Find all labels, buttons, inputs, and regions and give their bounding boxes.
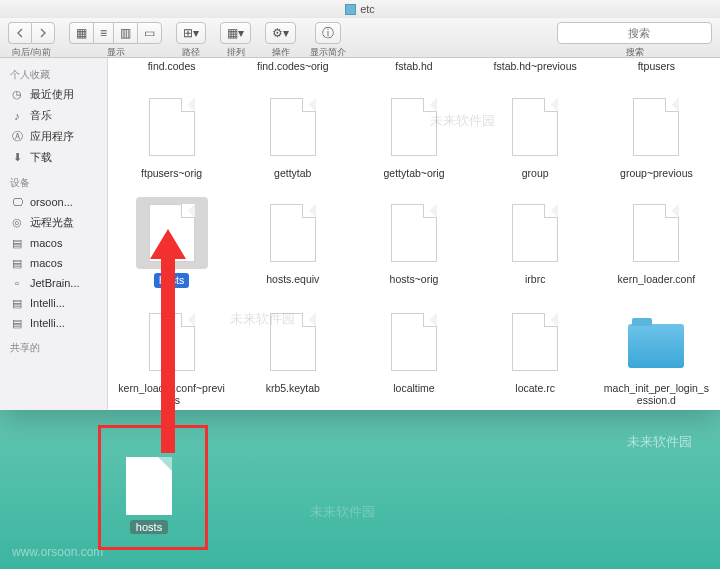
file-icon <box>270 313 316 371</box>
file-item[interactable]: ftpusers~orig <box>114 89 229 182</box>
path-button[interactable]: ⊞▾ <box>176 22 206 44</box>
info-group: ⓘ 显示简介 <box>310 22 346 59</box>
arrange-button[interactable]: ▦▾ <box>220 22 251 44</box>
view-group: ▦ ≡ ▥ ▭ 显示 <box>69 22 162 59</box>
sidebar-item-macos2[interactable]: ▤macos <box>0 253 107 273</box>
file-icon <box>633 204 679 262</box>
annotation-arrow <box>161 257 175 453</box>
file-grid[interactable]: find.codes find.codes~orig fstab.hd fsta… <box>108 58 720 410</box>
file-item[interactable]: fstab.hd~previous <box>478 58 593 75</box>
folder-title-icon <box>345 4 356 15</box>
devices-header: 设备 <box>0 172 107 192</box>
window-title: etc <box>360 3 375 15</box>
file-item[interactable]: hosts.equiv <box>235 195 350 290</box>
toolbar: 向后/向前 ▦ ≡ ▥ ▭ 显示 ⊞▾ 路径 ▦▾ 排列 ⚙▾ 操作 ⓘ 显示简… <box>0 18 720 58</box>
file-item[interactable]: gettytab <box>235 89 350 182</box>
file-icon <box>512 313 558 371</box>
view-column-button[interactable]: ▥ <box>113 22 137 44</box>
file-icon <box>270 98 316 156</box>
file-icon <box>391 98 437 156</box>
file-icon <box>512 204 558 262</box>
window-body: 个人收藏 ◷最近使用 ♪音乐 Ⓐ应用程序 ⬇下载 设备 🖵orsoon... ◎… <box>0 58 720 410</box>
disk-icon: ▤ <box>10 236 24 250</box>
file-icon <box>512 98 558 156</box>
music-icon: ♪ <box>10 109 24 123</box>
sidebar-item-macos1[interactable]: ▤macos <box>0 233 107 253</box>
sidebar-item-intelli1[interactable]: ▤Intelli... <box>0 293 107 313</box>
path-group: ⊞▾ 路径 <box>176 22 206 59</box>
favorites-header: 个人收藏 <box>0 64 107 84</box>
watermark: 未来软件园 <box>310 503 375 521</box>
file-item[interactable]: irbrc <box>478 195 593 290</box>
file-item[interactable]: ftpusers <box>599 58 714 75</box>
disk-icon: ▤ <box>10 256 24 270</box>
sidebar-item-jetbrain[interactable]: ▫JetBrain... <box>0 273 107 293</box>
file-item[interactable]: group~previous <box>599 89 714 182</box>
watermark: www.orsoon.com <box>12 545 103 559</box>
sidebar-item-downloads[interactable]: ⬇下载 <box>0 147 107 168</box>
apps-icon: Ⓐ <box>10 130 24 144</box>
action-group: ⚙▾ 操作 <box>265 22 296 59</box>
back-button[interactable] <box>8 22 31 44</box>
file-icon <box>270 204 316 262</box>
sidebar-item-orsoon[interactable]: 🖵orsoon... <box>0 192 107 212</box>
file-icon <box>391 313 437 371</box>
search-field[interactable] <box>557 22 712 44</box>
window-titlebar: etc <box>0 0 720 18</box>
sidebar-item-intelli2[interactable]: ▤Intelli... <box>0 313 107 333</box>
download-icon: ⬇ <box>10 151 24 165</box>
file-item[interactable]: kern_loader.conf <box>599 195 714 290</box>
file-item[interactable]: localtime <box>356 304 471 409</box>
sidebar-item-remote-disc[interactable]: ◎远程光盘 <box>0 212 107 233</box>
file-item[interactable]: locate.rc <box>478 304 593 409</box>
file-item-folder[interactable]: mach_init_per_login_session.d <box>599 304 714 409</box>
file-item[interactable]: gettytab~orig <box>356 89 471 182</box>
view-gallery-button[interactable]: ▭ <box>137 22 162 44</box>
nav-group: 向后/向前 <box>8 22 55 59</box>
annotation-highlight-box <box>98 425 208 550</box>
finder-window: etc 向后/向前 ▦ ≡ ▥ ▭ 显示 ⊞▾ 路径 ▦▾ 排列 <box>0 0 720 410</box>
forward-button[interactable] <box>31 22 55 44</box>
disk-icon: ▤ <box>10 316 24 330</box>
clock-icon: ◷ <box>10 88 24 102</box>
folder-icon <box>628 324 684 368</box>
file-icon <box>633 98 679 156</box>
arrow-line <box>161 257 175 453</box>
monitor-icon: 🖵 <box>10 195 24 209</box>
file-item[interactable]: hosts~orig <box>356 195 471 290</box>
file-item[interactable]: krb5.keytab <box>235 304 350 409</box>
view-list-button[interactable]: ≡ <box>93 22 113 44</box>
file-item[interactable]: find.codes~orig <box>235 58 350 75</box>
disk-icon: ▤ <box>10 296 24 310</box>
file-icon <box>149 98 195 156</box>
sidebar: 个人收藏 ◷最近使用 ♪音乐 Ⓐ应用程序 ⬇下载 设备 🖵orsoon... ◎… <box>0 58 108 410</box>
arrange-group: ▦▾ 排列 <box>220 22 251 59</box>
file-item[interactable]: fstab.hd <box>356 58 471 75</box>
info-button[interactable]: ⓘ <box>315 22 341 44</box>
sidebar-item-apps[interactable]: Ⓐ应用程序 <box>0 126 107 147</box>
file-item[interactable]: find.codes <box>114 58 229 75</box>
sidebar-item-music[interactable]: ♪音乐 <box>0 105 107 126</box>
shared-header: 共享的 <box>0 337 107 357</box>
file-icon <box>391 204 437 262</box>
disc-icon: ◎ <box>10 216 24 230</box>
doc-icon: ▫ <box>10 276 24 290</box>
search-group: 搜索 <box>557 22 712 59</box>
watermark: 未来软件园 <box>627 433 692 451</box>
action-button[interactable]: ⚙▾ <box>265 22 296 44</box>
arrow-head-icon <box>150 229 186 259</box>
view-icon-button[interactable]: ▦ <box>69 22 93 44</box>
search-input[interactable] <box>570 27 708 39</box>
sidebar-item-recent[interactable]: ◷最近使用 <box>0 84 107 105</box>
file-item[interactable]: group <box>478 89 593 182</box>
